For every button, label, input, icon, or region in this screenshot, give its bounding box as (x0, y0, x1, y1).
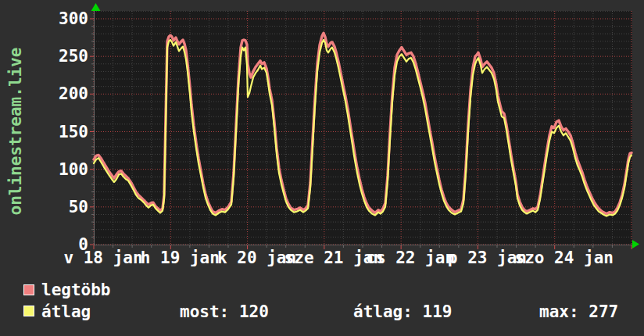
stat-most-value: 120 (239, 302, 269, 321)
legend-label-avg: átlag (41, 303, 91, 320)
stat-atlag: átlag: 119 (353, 303, 452, 320)
stat-most: most: 120 (180, 303, 269, 320)
right-arrow-icon (632, 240, 639, 248)
y-axis-label: 300 (45, 10, 88, 27)
y-axis-label: 100 (45, 161, 88, 178)
x-axis-label: szo 24 jan (514, 249, 613, 266)
y-axis-label: 250 (45, 48, 88, 65)
y-axis-label: 50 (45, 198, 88, 216)
x-axis-label: h 19 jan (141, 249, 220, 266)
graph-canvas: onlinestream.live 050100150200250300v 18… (0, 0, 644, 336)
y-axis-label: 150 (45, 123, 88, 141)
y-axis-label: 200 (45, 85, 88, 102)
stat-atlag-value: 119 (423, 302, 453, 321)
legend-swatch-avg (23, 306, 34, 316)
stat-atlag-label: átlag: (353, 302, 413, 321)
stat-max-label: max: (539, 302, 579, 321)
stat-max: max: 277 (539, 303, 618, 320)
legend-label-max: legtöbb (41, 281, 111, 298)
vertical-title: onlinestream.live (6, 38, 27, 225)
stat-max-value: 277 (589, 302, 618, 321)
x-axis-label: v 18 jan (63, 249, 142, 266)
x-axis-label: cs 22 jan (366, 249, 455, 266)
up-arrow-icon (91, 3, 101, 11)
stat-most-label: most: (180, 302, 229, 321)
legend-swatch-max (23, 284, 34, 295)
